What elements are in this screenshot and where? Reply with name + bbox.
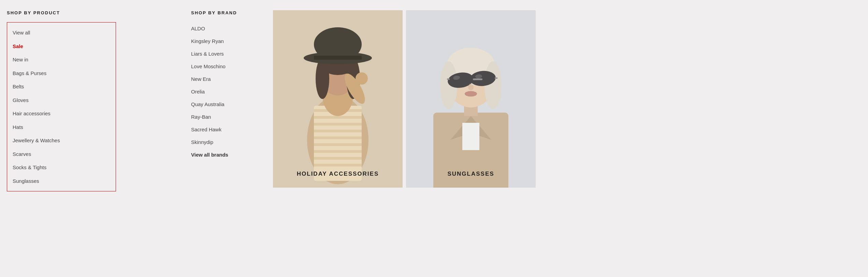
product-list-item-socks-tights[interactable]: Socks & Tights <box>13 161 110 174</box>
product-list-item-view-all[interactable]: View all <box>13 26 110 40</box>
product-list-item-new-in[interactable]: New in <box>13 53 110 67</box>
shop-by-product-title: SHOP BY PRODUCT <box>7 10 116 15</box>
promo-images-section: HOLIDAY ACCESSORIES <box>252 10 861 191</box>
product-list-item-belts[interactable]: Belts <box>13 80 110 93</box>
brand-list-item-aldo[interactable]: ALDO <box>191 22 246 35</box>
brand-list-item-love-moschino[interactable]: Love Moschino <box>191 60 246 73</box>
brand-list-item-new-era[interactable]: New Era <box>191 73 246 85</box>
view-all-brands-link[interactable]: View all brands <box>191 148 246 161</box>
product-list-item-sunglasses[interactable]: Sunglasses <box>13 174 110 188</box>
product-list-item-scarves[interactable]: Scarves <box>13 147 110 161</box>
product-list-item-gloves[interactable]: Gloves <box>13 93 110 107</box>
brand-list-item-ray-ban[interactable]: Ray-Ban <box>191 111 246 123</box>
svg-rect-42 <box>406 10 536 188</box>
shop-by-brand-title: SHOP BY BRAND <box>191 10 246 15</box>
holiday-accessories-label: HOLIDAY ACCESSORIES <box>273 171 403 177</box>
product-list-item-hats[interactable]: Hats <box>13 120 110 134</box>
main-container: SHOP BY PRODUCT View allSaleNew inBags &… <box>0 0 868 202</box>
product-list-item-hair-accessories[interactable]: Hair accessories <box>13 107 110 120</box>
product-list-item-bags-purses[interactable]: Bags & Purses <box>13 67 110 80</box>
product-list-item-sale[interactable]: Sale <box>13 40 110 53</box>
holiday-accessories-card[interactable]: HOLIDAY ACCESSORIES <box>273 10 403 188</box>
sunglasses-card[interactable]: SUNGLASSES <box>406 10 536 188</box>
brand-list-item-orelia[interactable]: Orelia <box>191 85 246 98</box>
brand-list-item-skinnydip[interactable]: Skinnydip <box>191 136 246 148</box>
brand-list-item-liars-lovers[interactable]: Liars & Lovers <box>191 47 246 60</box>
brand-list: ALDOKingsley RyanLiars & LoversLove Mosc… <box>191 22 246 161</box>
product-list-item-jewellery-watches[interactable]: Jewellery & Watches <box>13 134 110 147</box>
svg-rect-22 <box>273 10 403 188</box>
sunglasses-image <box>406 10 536 188</box>
holiday-accessories-image <box>273 10 403 188</box>
shop-by-product-section: SHOP BY PRODUCT View allSaleNew inBags &… <box>7 10 123 191</box>
brand-list-item-sacred-hawk[interactable]: Sacred Hawk <box>191 123 246 136</box>
product-list: View allSaleNew inBags & PursesBeltsGlov… <box>7 22 116 191</box>
sunglasses-label: SUNGLASSES <box>406 171 536 177</box>
brand-list-item-kingsley-ryan[interactable]: Kingsley Ryan <box>191 35 246 47</box>
brand-list-item-quay-australia[interactable]: Quay Australia <box>191 98 246 111</box>
shop-by-brand-section: SHOP BY BRAND ALDOKingsley RyanLiars & L… <box>123 10 252 191</box>
